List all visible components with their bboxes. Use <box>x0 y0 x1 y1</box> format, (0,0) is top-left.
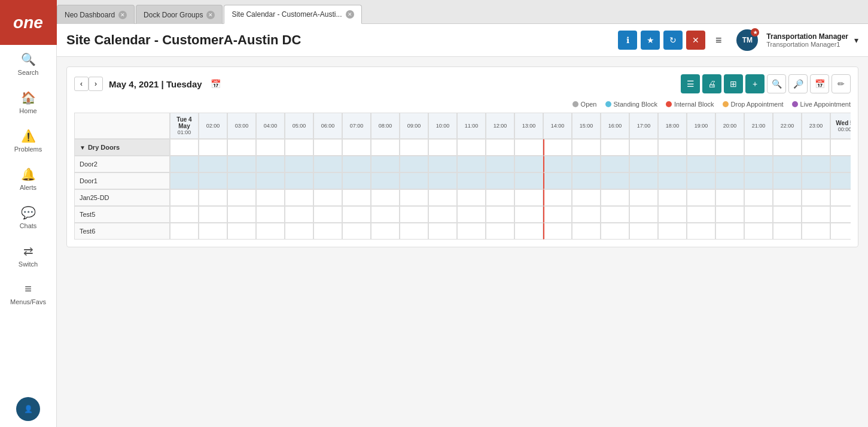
cal-cell-door2-17[interactable] <box>658 156 687 172</box>
cal-cell-test6-7[interactable] <box>371 223 400 240</box>
cal-cell-test6-15[interactable] <box>601 223 629 240</box>
menu-button[interactable]: ≡ <box>709 31 728 50</box>
tab-neo-dashboard[interactable]: Neo Dashboard ✕ <box>57 5 135 24</box>
cal-cell-jan25-dd-18[interactable] <box>687 189 715 206</box>
cal-cell-test6-1[interactable] <box>199 223 227 240</box>
cal-cell-door2-12[interactable] <box>514 156 543 172</box>
cal-cell-jan25-dd-23[interactable] <box>830 189 851 206</box>
cal-cell-door1-4[interactable] <box>285 172 313 189</box>
cal-cell-door2-6[interactable] <box>342 156 371 172</box>
cal-cell-test5-20[interactable] <box>744 206 773 223</box>
cal-cell-group-12[interactable] <box>514 139 543 156</box>
sidebar-item-search[interactable]: 🔍 Search <box>0 45 56 83</box>
cal-cell-door2-13[interactable] <box>543 156 572 172</box>
cal-cell-test6-9[interactable] <box>428 223 457 240</box>
cal-cell-test5-15[interactable] <box>601 206 629 223</box>
cal-cell-jan25-dd-10[interactable] <box>457 189 486 206</box>
cal-cell-test6-5[interactable] <box>313 223 342 240</box>
cal-cell-door1-3[interactable] <box>256 172 285 189</box>
sidebar-item-problems[interactable]: ⚠️ Problems <box>0 122 56 160</box>
cal-cell-test6-21[interactable] <box>773 223 802 240</box>
cal-cell-test5-18[interactable] <box>687 206 715 223</box>
cal-cell-door1-17[interactable] <box>658 172 687 189</box>
edit-button[interactable]: ✏ <box>832 74 851 93</box>
cal-cell-test5-1[interactable] <box>199 206 227 223</box>
cal-cell-test5-17[interactable] <box>658 206 687 223</box>
cal-cell-group-13[interactable] <box>543 139 572 156</box>
cal-cell-door2-5[interactable] <box>313 156 342 172</box>
cal-cell-group-15[interactable] <box>601 139 629 156</box>
cal-cell-test6-23[interactable] <box>830 223 851 240</box>
cal-cell-jan25-dd-20[interactable] <box>744 189 773 206</box>
cal-cell-group-9[interactable] <box>428 139 457 156</box>
zoom-in-button[interactable]: 🔍 <box>767 74 786 93</box>
cal-cell-door2-23[interactable] <box>830 156 851 172</box>
cal-cell-door2-15[interactable] <box>601 156 629 172</box>
cal-cell-jan25-dd-12[interactable] <box>514 189 543 206</box>
cal-cell-group-4[interactable] <box>285 139 313 156</box>
cal-cell-test5-12[interactable] <box>514 206 543 223</box>
cal-cell-jan25-dd-2[interactable] <box>227 189 256 206</box>
sidebar-item-alerts[interactable]: 🔔 Alerts <box>0 160 56 198</box>
cal-cell-test6-16[interactable] <box>629 223 658 240</box>
layers-button[interactable]: ⊞ <box>724 74 743 93</box>
cal-cell-test5-7[interactable] <box>371 206 400 223</box>
cal-cell-test6-4[interactable] <box>285 223 313 240</box>
cal-cell-group-21[interactable] <box>773 139 802 156</box>
cal-cell-door1-18[interactable] <box>687 172 715 189</box>
cal-cell-test5-14[interactable] <box>572 206 601 223</box>
cal-cell-door1-13[interactable] <box>543 172 572 189</box>
cal-cell-door1-7[interactable] <box>371 172 400 189</box>
cal-cell-test6-19[interactable] <box>715 223 744 240</box>
cal-cell-jan25-dd-13[interactable] <box>543 189 572 206</box>
sidebar-item-switch[interactable]: ⇄ Switch <box>0 237 56 275</box>
cal-cell-group-11[interactable] <box>486 139 514 156</box>
cal-cell-jan25-dd-15[interactable] <box>601 189 629 206</box>
cal-cell-jan25-dd-22[interactable] <box>802 189 830 206</box>
cal-cell-jan25-dd-8[interactable] <box>400 189 428 206</box>
cal-cell-test6-17[interactable] <box>658 223 687 240</box>
cal-cell-door2-10[interactable] <box>457 156 486 172</box>
cal-cell-door1-5[interactable] <box>313 172 342 189</box>
sidebar-item-menus[interactable]: ≡ Menus/Favs <box>0 275 56 313</box>
add-button[interactable]: + <box>745 74 765 93</box>
cal-cell-test6-13[interactable] <box>543 223 572 240</box>
cal-cell-door1-9[interactable] <box>428 172 457 189</box>
cal-cell-test5-21[interactable] <box>773 206 802 223</box>
cal-cell-door1-6[interactable] <box>342 172 371 189</box>
cal-cell-door2-16[interactable] <box>629 156 658 172</box>
cal-cell-group-16[interactable] <box>629 139 658 156</box>
cal-cell-test5-13[interactable] <box>543 206 572 223</box>
cal-cell-door2-8[interactable] <box>400 156 428 172</box>
cal-cell-door1-19[interactable] <box>715 172 744 189</box>
date-jump-button[interactable]: 📅 <box>810 74 829 93</box>
cal-cell-door1-22[interactable] <box>802 172 830 189</box>
cal-cell-door1-21[interactable] <box>773 172 802 189</box>
cal-cell-jan25-dd-4[interactable] <box>285 189 313 206</box>
cal-cell-group-7[interactable] <box>371 139 400 156</box>
cal-cell-jan25-dd-1[interactable] <box>199 189 227 206</box>
cal-cell-door2-11[interactable] <box>486 156 514 172</box>
cal-cell-test5-23[interactable] <box>830 206 851 223</box>
cal-cell-test5-10[interactable] <box>457 206 486 223</box>
zoom-out-button[interactable]: 🔎 <box>788 74 808 93</box>
cal-cell-test5-3[interactable] <box>256 206 285 223</box>
cal-cell-door2-19[interactable] <box>715 156 744 172</box>
cal-cell-jan25-dd-5[interactable] <box>313 189 342 206</box>
cal-cell-door2-22[interactable] <box>802 156 830 172</box>
cal-cell-test5-11[interactable] <box>486 206 514 223</box>
cal-cell-door2-0[interactable] <box>170 156 199 172</box>
cal-cell-door1-11[interactable] <box>486 172 514 189</box>
cal-cell-group-18[interactable] <box>687 139 715 156</box>
cal-cell-door1-0[interactable] <box>170 172 199 189</box>
cal-cell-group-17[interactable] <box>658 139 687 156</box>
calendar-picker-icon[interactable]: 📅 <box>211 79 221 89</box>
cal-cell-group-22[interactable] <box>802 139 830 156</box>
cal-cell-jan25-dd-17[interactable] <box>658 189 687 206</box>
sidebar-item-chats[interactable]: 💬 Chats <box>0 198 56 237</box>
cal-cell-door2-1[interactable] <box>199 156 227 172</box>
close-page-button[interactable]: ✕ <box>686 31 705 50</box>
cal-cell-test5-8[interactable] <box>400 206 428 223</box>
tab-site-calendar[interactable]: Site Calendar - CustomerA-Austi... ✕ <box>224 5 361 24</box>
cal-cell-door2-21[interactable] <box>773 156 802 172</box>
